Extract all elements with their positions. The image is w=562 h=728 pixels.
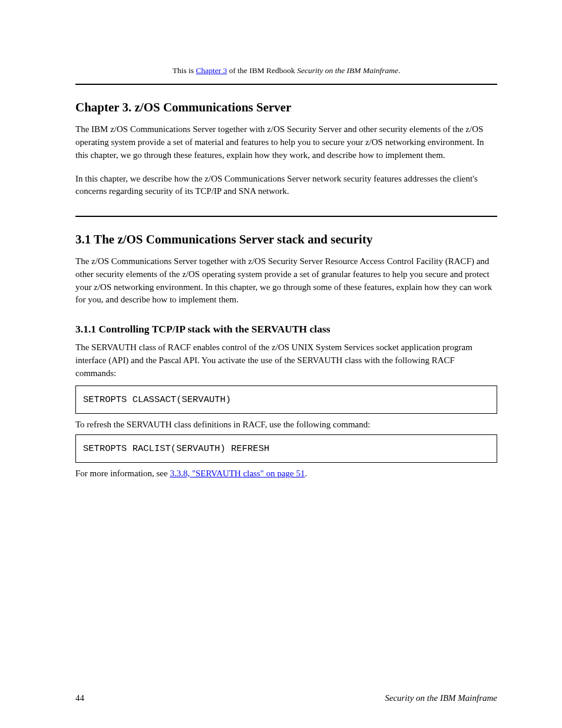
see-more-prefix: For more information, see bbox=[75, 469, 170, 478]
rule-top bbox=[75, 84, 497, 85]
section-3-1-1-para-1: The SERVAUTH class of RACF enables contr… bbox=[75, 341, 497, 380]
section-3-1-para-1: The z/OS Communications Server together … bbox=[75, 255, 497, 307]
command-box-1: SETROPTS CLASSACT(SERVAUTH) bbox=[75, 386, 497, 414]
top-note: This is Chapter 3 of the IBM Redbook Sec… bbox=[75, 65, 497, 77]
see-more-link[interactable]: 3.3.8, "SERVAUTH class" on page 51 bbox=[170, 469, 305, 478]
top-note-mid: of the IBM Redbook bbox=[227, 66, 297, 75]
chapter-title: Chapter 3. z/OS Communications Server bbox=[75, 100, 497, 115]
chapter-para-2: In this chapter, we describe how the z/O… bbox=[75, 173, 497, 199]
section-3-1-1-title: 3.1.1 Controlling TCP/IP stack with the … bbox=[75, 323, 497, 335]
rule-mid bbox=[75, 216, 497, 217]
see-more-suffix: . bbox=[305, 469, 307, 478]
top-note-booktitle: Security on the IBM Mainframe bbox=[297, 66, 398, 75]
see-more-line: For more information, see 3.3.8, "SERVAU… bbox=[75, 469, 497, 479]
footer-book-title: Security on the IBM Mainframe bbox=[385, 693, 497, 703]
section-3-1-title: 3.1 The z/OS Communications Server stack… bbox=[75, 232, 497, 247]
top-note-link[interactable]: Chapter 3 bbox=[196, 66, 227, 75]
page-footer: 44 Security on the IBM Mainframe bbox=[75, 693, 497, 703]
command-box-2: SETROPTS RACLIST(SERVAUTH) REFRESH bbox=[75, 434, 497, 463]
page-number: 44 bbox=[75, 693, 84, 703]
command-2-intro: To refresh the SERVAUTH class definition… bbox=[75, 420, 497, 430]
top-note-suffix: . bbox=[398, 66, 400, 75]
chapter-para-1: The IBM z/OS Communications Server toget… bbox=[75, 123, 497, 162]
top-note-prefix: This is bbox=[173, 66, 196, 75]
